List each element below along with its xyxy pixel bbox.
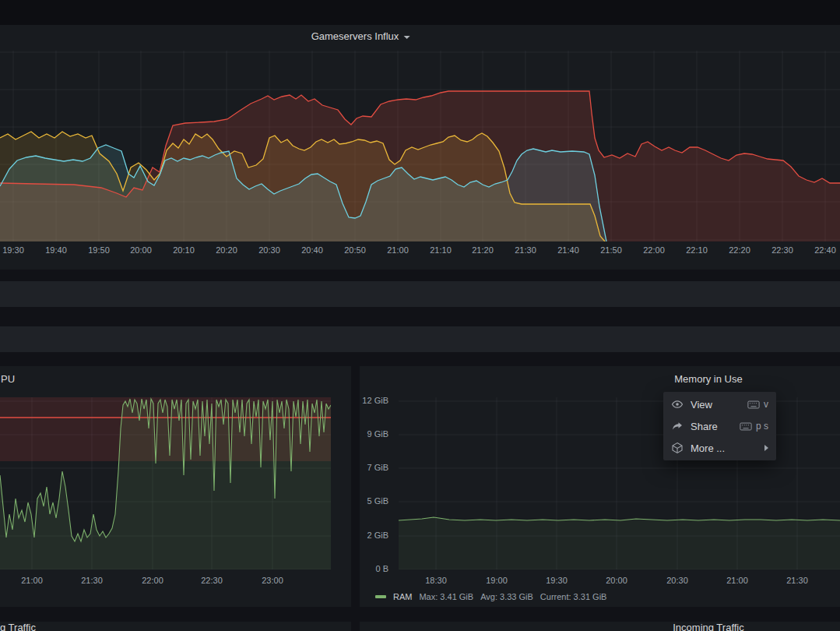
collapsed-row-2[interactable] [0,326,840,352]
menu-item-share[interactable]: Share p s [663,415,776,437]
cpu-panel-title-text: PU [1,373,15,385]
legend-current: Current: 3.31 GiB [540,592,607,601]
gameservers-chart[interactable] [0,51,840,241]
cube-icon [671,442,684,454]
outgoing-traffic-panel [0,622,351,631]
menu-item-more-label: More ... [691,442,725,454]
keyboard-icon [747,400,760,409]
gameservers-panel-title-text: Gameservers Influx [311,30,399,42]
menu-item-view-label: View [691,399,712,411]
grafana-dashboard: Gameservers Influx 19:3019:4019:5020:002… [0,0,840,631]
share-icon [671,420,684,432]
top-bar [0,0,840,25]
memory-legend: RAM Max: 3.41 GiB Avg: 3.33 GiB Current:… [375,592,606,601]
memory-panel-title-text: Memory in Use [674,373,742,385]
memory-panel-title[interactable]: Memory in Use [674,374,742,385]
menu-item-more-submenu [764,445,768,451]
incoming-traffic-panel-title[interactable]: Incoming Traffic [673,622,744,631]
keyboard-icon [740,422,752,431]
chevron-down-icon [403,36,409,39]
eye-icon [671,398,684,411]
shortcut-text: p s [756,421,768,432]
legend-max: Max: 3.41 GiB [419,592,473,601]
gameservers-panel-title[interactable]: Gameservers Influx [311,31,410,42]
shortcut-text: v [764,399,768,410]
panel-context-menu: View v Share p s [663,392,776,460]
submenu-arrow-icon [764,445,768,451]
cpu-panel-title[interactable]: PU [1,374,15,385]
menu-item-more[interactable]: More ... [663,437,776,459]
incoming-traffic-panel [360,622,840,631]
menu-item-view-shortcut: v [747,399,768,410]
menu-item-share-label: Share [691,421,718,432]
collapsed-row-1[interactable] [0,281,840,307]
ram-series-swatch-icon [375,595,386,598]
menu-item-view[interactable]: View v [663,393,776,415]
cpu-chart[interactable] [0,397,331,569]
outgoing-traffic-panel-title[interactable]: g Traffic [0,622,36,631]
incoming-traffic-title-text: Incoming Traffic [673,622,744,631]
menu-item-share-shortcut: p s [740,421,768,432]
legend-avg: Avg: 3.33 GiB [480,592,533,601]
outgoing-traffic-title-text: g Traffic [0,622,36,631]
ram-series-label[interactable]: RAM [393,592,412,601]
